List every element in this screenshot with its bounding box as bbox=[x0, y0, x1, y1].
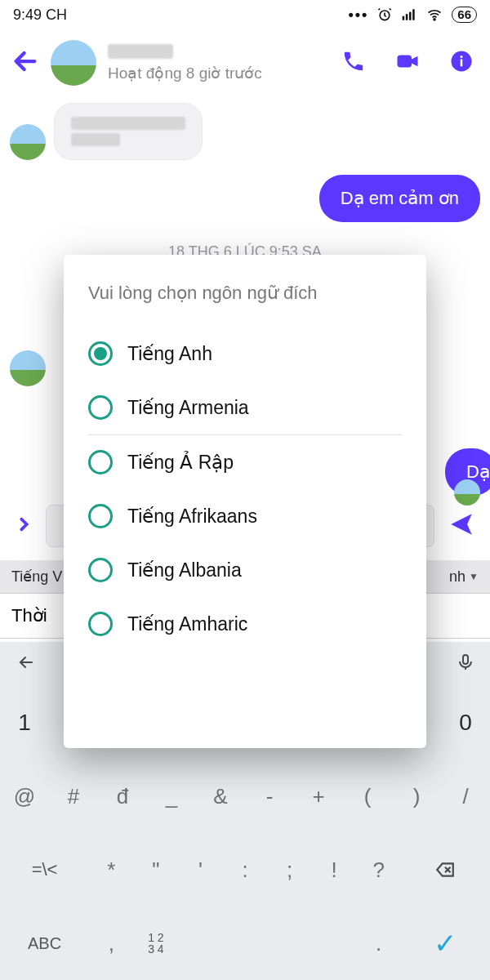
svg-rect-2 bbox=[406, 14, 408, 20]
wifi-icon bbox=[425, 7, 443, 23]
radio-selected-icon bbox=[88, 341, 113, 366]
language-option[interactable]: Tiếng Amharic bbox=[88, 597, 402, 651]
alarm-icon bbox=[376, 7, 393, 23]
keyboard-hide-icon[interactable] bbox=[15, 653, 39, 675]
avatar bbox=[10, 350, 46, 386]
key-comma[interactable]: , bbox=[89, 906, 134, 980]
svg-point-5 bbox=[434, 19, 435, 20]
keyboard-row-4: ABC , 1 23 4 . ✓ bbox=[0, 906, 490, 980]
radio-unselected-icon bbox=[88, 558, 113, 582]
key[interactable]: ( bbox=[343, 760, 392, 833]
keyboard-row-2: @ # đ _ & - + ( ) / bbox=[0, 760, 490, 833]
mic-icon[interactable] bbox=[456, 652, 475, 676]
key[interactable]: ) bbox=[392, 760, 441, 833]
key[interactable]: ; bbox=[267, 833, 312, 906]
key-abc[interactable]: ABC bbox=[0, 906, 89, 980]
outgoing-message-row: Dạ em cảm ơn bbox=[10, 175, 480, 222]
modal-title: Vui lòng chọn ngôn ngữ đích bbox=[88, 283, 402, 304]
language-option-label: Tiếng Afrikaans bbox=[127, 506, 257, 528]
key-dot[interactable]: . bbox=[356, 906, 401, 980]
send-button[interactable] bbox=[448, 510, 475, 541]
redacted-text bbox=[71, 117, 185, 130]
key[interactable]: 0 bbox=[441, 686, 490, 760]
key[interactable]: _ bbox=[147, 760, 196, 833]
language-option[interactable]: Tiếng Armenia bbox=[88, 381, 402, 434]
status-time: 9:49 CH bbox=[13, 7, 67, 24]
key[interactable]: 1 bbox=[0, 686, 49, 760]
language-option-label: Tiếng Armenia bbox=[127, 397, 249, 419]
radio-unselected-icon bbox=[88, 612, 113, 636]
svg-point-9 bbox=[461, 56, 463, 58]
contact-name-redacted bbox=[108, 44, 173, 59]
incoming-message-row bbox=[10, 103, 480, 160]
target-language-partial: nh bbox=[449, 568, 466, 586]
language-option[interactable]: Tiếng Afrikaans bbox=[88, 489, 402, 543]
language-option[interactable]: Tiếng Ả Rập bbox=[88, 434, 402, 489]
language-option[interactable]: Tiếng Anh bbox=[88, 327, 402, 381]
key[interactable]: * bbox=[89, 833, 134, 906]
key[interactable]: + bbox=[294, 760, 343, 833]
cell-signal-icon bbox=[401, 7, 417, 23]
back-button[interactable] bbox=[11, 47, 39, 78]
svg-rect-10 bbox=[463, 655, 468, 664]
key-enter[interactable]: ✓ bbox=[401, 906, 490, 980]
voice-call-button[interactable] bbox=[341, 49, 366, 77]
key[interactable]: @ bbox=[0, 760, 49, 833]
key-space[interactable] bbox=[178, 906, 356, 980]
more-dots-icon: ••• bbox=[348, 7, 368, 24]
radio-unselected-icon bbox=[88, 395, 113, 420]
key[interactable]: & bbox=[196, 760, 245, 833]
svg-rect-8 bbox=[461, 60, 463, 67]
status-right: ••• 66 bbox=[348, 7, 477, 24]
avatar bbox=[10, 124, 46, 160]
language-option-label: Tiếng Ả Rập bbox=[127, 452, 234, 474]
video-call-button[interactable] bbox=[394, 49, 421, 77]
key-symbols[interactable]: =\< bbox=[0, 833, 89, 906]
language-option-label: Tiếng Anh bbox=[127, 343, 212, 365]
language-option-label: Tiếng Albania bbox=[127, 559, 242, 581]
language-option[interactable]: Tiếng Albania bbox=[88, 543, 402, 597]
keyboard-row-3: =\< * " ' : ; ! ? bbox=[0, 833, 490, 906]
radio-unselected-icon bbox=[88, 504, 113, 528]
svg-rect-4 bbox=[412, 9, 415, 20]
key[interactable]: / bbox=[441, 760, 490, 833]
conversation-header: Hoạt động 8 giờ trước bbox=[0, 29, 490, 96]
radio-unselected-icon bbox=[88, 450, 113, 474]
expand-icon[interactable] bbox=[15, 512, 33, 540]
key-backspace[interactable] bbox=[401, 833, 490, 906]
battery-indicator: 66 bbox=[452, 7, 477, 23]
key[interactable]: ' bbox=[178, 833, 223, 906]
incoming-bubble[interactable] bbox=[54, 103, 203, 160]
svg-rect-1 bbox=[403, 16, 405, 20]
dropdown-triangle-icon: ▼ bbox=[469, 571, 479, 582]
key-numpad[interactable]: 1 23 4 bbox=[134, 906, 179, 980]
key[interactable]: đ bbox=[98, 760, 147, 833]
key[interactable]: " bbox=[134, 833, 179, 906]
status-bar: 9:49 CH ••• 66 bbox=[0, 0, 490, 29]
outgoing-bubble[interactable]: Dạ em cảm ơn bbox=[319, 175, 480, 222]
contact-status: Hoạt động 8 giờ trước bbox=[108, 64, 330, 82]
source-language-partial: Tiếng V bbox=[11, 568, 62, 586]
redacted-text bbox=[71, 133, 120, 146]
key[interactable]: - bbox=[245, 760, 294, 833]
svg-rect-3 bbox=[409, 12, 412, 20]
key[interactable]: ? bbox=[356, 833, 401, 906]
key[interactable]: : bbox=[223, 833, 268, 906]
key[interactable]: ! bbox=[312, 833, 357, 906]
info-button[interactable] bbox=[449, 49, 474, 77]
avatar[interactable] bbox=[51, 40, 96, 86]
language-picker-modal: Vui lòng chọn ngôn ngữ đích Tiếng Anh Ti… bbox=[64, 255, 426, 748]
key[interactable]: # bbox=[49, 760, 98, 833]
translate-input-text: Thời bbox=[11, 605, 47, 626]
svg-rect-6 bbox=[398, 56, 412, 68]
language-option-label: Tiếng Amharic bbox=[127, 613, 247, 635]
